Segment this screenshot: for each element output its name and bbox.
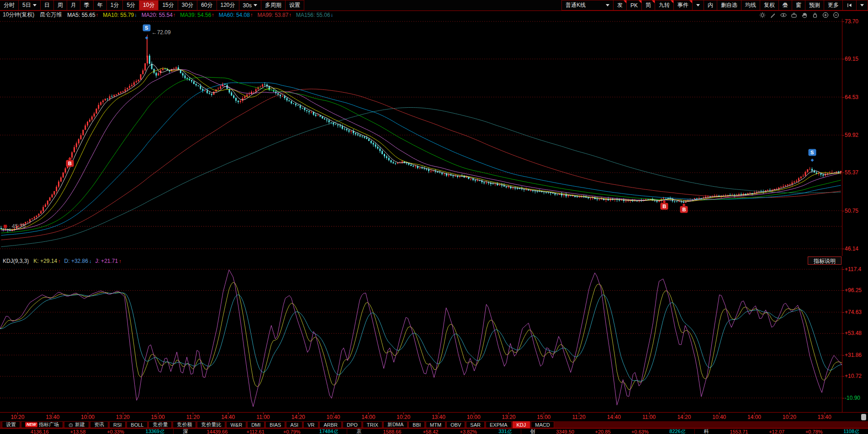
tab-MTM[interactable]: MTM [426, 421, 445, 428]
robot-icon[interactable] [68, 422, 74, 428]
volume-unit: 亿 [159, 429, 164, 434]
tab-MACD[interactable]: MACD [531, 421, 554, 428]
period-btn-30s[interactable]: 30s [239, 0, 261, 10]
toolbar-btn-更多[interactable]: 更多 [824, 0, 843, 10]
tab-ASI[interactable]: ASI [286, 421, 302, 428]
tab-OBV[interactable]: OBV [446, 421, 465, 428]
toolbar-btn-九转[interactable]: 九转 [655, 0, 674, 10]
gear-icon[interactable] [759, 11, 766, 19]
toolbar-btn-简[interactable]: 简 [641, 0, 655, 10]
tab-SAR[interactable]: SAR [466, 421, 485, 428]
period-btn-30分[interactable]: 30分 [178, 0, 197, 10]
period-btn-120分[interactable]: 120分 [217, 0, 239, 10]
scrollbar-thumb[interactable] [861, 414, 866, 420]
tab-indicator-plaza[interactable]: NEW指标广场 [21, 421, 63, 428]
main-candlestick-chart[interactable]: S←72.09BBBS45.75 [0, 19, 842, 256]
axis-tick [842, 290, 844, 291]
time-label: 15:00 [151, 414, 165, 420]
zoom-in-icon[interactable] [822, 11, 829, 19]
market-index-group: 京1588.66+58.42+3.82%331亿 [347, 429, 520, 434]
toolbar-btn-叠[interactable]: 叠 [778, 0, 792, 10]
candlestick-canvas [0, 19, 842, 256]
tab-RSI[interactable]: RSI [109, 421, 126, 428]
hand-icon[interactable] [801, 11, 808, 19]
button-label: 120分 [221, 1, 235, 9]
toolbar-btn-发[interactable]: 发 [613, 0, 627, 10]
skip-back-icon[interactable] [847, 2, 852, 8]
tab-W&R[interactable]: W&R [226, 421, 246, 428]
tab-竞价量[interactable]: 竞价量 [148, 421, 172, 428]
tab-KDJ[interactable]: KDJ [513, 421, 530, 428]
tab-BBI[interactable]: BBI [408, 421, 425, 428]
button-label: 事件 [677, 1, 688, 9]
toolbar-btn-caret[interactable] [856, 0, 868, 10]
toolbar-btn-PK[interactable]: PK [626, 0, 642, 10]
index-badge: 深 [183, 428, 188, 434]
button-label: 60分 [201, 1, 212, 9]
index-change: +58.42 [423, 429, 438, 434]
indicator-help-button[interactable]: 指标说明 [808, 256, 842, 265]
period-btn-设置[interactable]: 设置 [285, 0, 304, 10]
index-badge: 创 [530, 428, 535, 434]
time-label: 10:00 [467, 414, 481, 420]
zoom-out-icon[interactable] [832, 11, 840, 19]
toolbar-btn-事件[interactable]: 事件 [673, 0, 693, 10]
toolbar-btn-skip-back[interactable] [842, 0, 857, 10]
period-btn-10分[interactable]: 10分 [139, 0, 159, 10]
axis-label: 46.14 [845, 246, 858, 252]
tab-竞价量比[interactable]: 竞价量比 [197, 421, 225, 428]
toolbar-btn-均线[interactable]: 均线 [741, 0, 760, 10]
period-btn-60分[interactable]: 60分 [197, 0, 217, 10]
button-label: 5日 [22, 1, 31, 9]
period-btn-日[interactable]: 日 [40, 0, 54, 10]
time-label: 10:00 [81, 414, 95, 420]
up-arrow-icon: ↑ [289, 12, 291, 18]
period-btn-15分[interactable]: 15分 [158, 0, 178, 10]
index-volume: 8226亿 [669, 429, 685, 434]
tab-竞价额[interactable]: 竞价额 [173, 421, 196, 428]
bag-icon[interactable] [790, 11, 798, 19]
index-change-pct: +3.82% [460, 429, 477, 434]
period-btn-年[interactable]: 年 [93, 0, 107, 10]
kdj-indicator-chart[interactable] [0, 267, 842, 412]
toolbar-btn-预测[interactable]: 预测 [805, 0, 824, 10]
period-btn-分时[interactable]: 分时 [0, 0, 19, 10]
period-btn-多周期[interactable]: 多周期 [261, 0, 286, 10]
axis-label: 50.75 [845, 208, 858, 214]
toolbar-btn-普通K线[interactable]: 普通K线 [561, 0, 614, 10]
eye-icon[interactable] [780, 11, 787, 19]
tab-DPO[interactable]: DPO [343, 421, 362, 428]
tab-DMI[interactable]: DMI [247, 421, 265, 428]
tab-ARBR[interactable]: ARBR [319, 421, 342, 428]
period-btn-5分[interactable]: 5分 [122, 0, 139, 10]
index-volume: 1108亿 [843, 429, 859, 434]
period-btn-5日[interactable]: 5日 [18, 0, 41, 10]
button-label: 更多 [828, 1, 839, 9]
tab-label: BIAS [270, 422, 281, 428]
period-btn-1分[interactable]: 1分 [106, 0, 123, 10]
tab-资讯[interactable]: 资讯 [90, 421, 108, 428]
toolbar-btn-删自选[interactable]: 删自选 [717, 0, 741, 10]
tab-BOLL[interactable]: BOLL [127, 421, 148, 428]
period-btn-周[interactable]: 周 [53, 0, 67, 10]
lock-icon[interactable] [811, 11, 819, 19]
tab-VR[interactable]: VR [303, 421, 318, 428]
down-arrow-icon: ↓ [134, 12, 137, 18]
period-toolbar: 分时5日日周月季年1分5分10分15分30分60分120分30s多周期设置 [0, 0, 304, 10]
tab-settings[interactable]: 设置 [2, 421, 20, 428]
toolbar-btn-窗[interactable]: 窗 [792, 0, 805, 10]
button-label: 5分 [127, 1, 135, 9]
time-label: 11:00 [642, 414, 656, 420]
tab-create-indicator[interactable]: 新建 [64, 421, 89, 428]
tab-BIAS[interactable]: BIAS [265, 421, 285, 428]
axis-tick [842, 173, 844, 173]
period-btn-季[interactable]: 季 [80, 0, 94, 10]
pen-icon[interactable] [769, 11, 777, 19]
tab-EXPMA[interactable]: EXPMA [486, 421, 512, 428]
toolbar-btn-caret[interactable] [692, 0, 704, 10]
tab-新DMA[interactable]: 新DMA [383, 421, 408, 428]
period-btn-月[interactable]: 月 [67, 0, 80, 10]
toolbar-btn-复权[interactable]: 复权 [760, 0, 779, 10]
toolbar-btn-内[interactable]: 内 [704, 0, 717, 10]
tab-TRIX[interactable]: TRIX [363, 421, 382, 428]
